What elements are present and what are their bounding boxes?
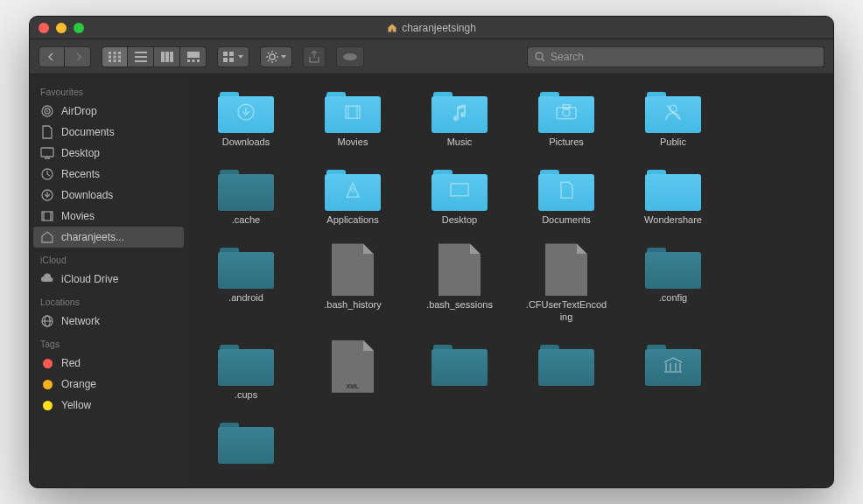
item-grid: DownloadsMoviesMusicPicturesPublic.cache…: [205, 88, 816, 467]
content-area[interactable]: DownloadsMoviesMusicPicturesPublic.cache…: [187, 74, 833, 487]
svg-rect-3: [109, 55, 111, 58]
tag-icon: [40, 356, 54, 370]
folder-item[interactable]: .config: [632, 243, 714, 322]
sidebar-item-label: Yellow: [61, 399, 91, 411]
tags-button[interactable]: [336, 46, 364, 67]
maximize-button[interactable]: [74, 23, 84, 33]
action-button[interactable]: [260, 46, 292, 67]
folder-item[interactable]: Documents: [525, 165, 607, 226]
folder-item[interactable]: .cups: [205, 340, 287, 401]
close-button[interactable]: [39, 23, 49, 33]
item-label: Public: [660, 136, 686, 148]
sidebar-item-label: Orange: [61, 378, 96, 390]
file-item[interactable]: XML: [312, 340, 394, 401]
sidebar-item[interactable]: Downloads: [30, 185, 187, 206]
item-label: Music: [447, 136, 473, 148]
svg-rect-13: [165, 52, 169, 62]
folder-item[interactable]: Desktop: [418, 165, 501, 226]
minimize-button[interactable]: [56, 23, 67, 33]
nav-buttons: [39, 46, 91, 67]
svg-rect-50: [451, 184, 468, 196]
search-field[interactable]: [527, 46, 824, 67]
folder-icon: [218, 340, 274, 386]
folder-item[interactable]: Downloads: [205, 88, 287, 148]
sidebar-item[interactable]: Documents: [30, 122, 187, 143]
share-button[interactable]: [303, 46, 326, 67]
file-icon: [545, 243, 587, 296]
folder-icon: [218, 165, 274, 211]
forward-button[interactable]: [65, 46, 91, 67]
folder-item[interactable]: .android: [205, 243, 287, 322]
sidebar-item-label: AirDrop: [61, 105, 97, 117]
sidebar-item[interactable]: iCloud Drive: [30, 269, 187, 290]
file-icon: [439, 243, 481, 296]
folder-icon: [432, 165, 488, 211]
folder-item[interactable]: Music: [418, 88, 501, 148]
svg-rect-12: [161, 52, 165, 62]
folder-item[interactable]: [205, 418, 287, 467]
sidebar-section-title: iCloud: [30, 248, 187, 269]
svg-rect-8: [118, 60, 121, 62]
sidebar-item[interactable]: Movies: [30, 206, 187, 227]
file-item[interactable]: .bash_history: [312, 243, 394, 322]
svg-rect-16: [187, 60, 190, 62]
sidebar-item[interactable]: Network: [30, 311, 187, 332]
folder-icon: [538, 88, 594, 133]
folder-item[interactable]: Pictures: [525, 88, 607, 148]
folder-icon: [325, 165, 381, 211]
svg-point-46: [563, 109, 570, 116]
sidebar-item[interactable]: Desktop: [30, 143, 187, 164]
svg-point-23: [270, 54, 275, 60]
folder-item[interactable]: Public: [632, 88, 714, 148]
sidebar-item[interactable]: Red: [30, 353, 187, 374]
file-item[interactable]: .bash_sessions: [418, 243, 501, 322]
icon-view-button[interactable]: [102, 46, 128, 67]
svg-rect-4: [114, 55, 116, 58]
folder-item[interactable]: Applications: [312, 165, 394, 226]
svg-rect-20: [229, 52, 234, 56]
folder-item[interactable]: [632, 340, 714, 401]
item-label: .cache: [232, 214, 260, 226]
finder-window: charanjeetsingh FavouritesAirDropDocumen…: [29, 16, 834, 488]
search-input[interactable]: [551, 51, 817, 63]
svg-rect-45: [563, 105, 570, 108]
folder-item[interactable]: [525, 340, 607, 401]
sidebar-item[interactable]: Recents: [30, 164, 187, 185]
sidebar-item-label: Documents: [61, 126, 115, 138]
sidebar-item-label: iCloud Drive: [61, 273, 118, 285]
svg-rect-11: [135, 60, 147, 62]
folder-icon: [645, 165, 701, 211]
sidebar-item[interactable]: Yellow: [30, 395, 187, 416]
list-view-button[interactable]: [128, 46, 154, 67]
airdrop-icon: [40, 104, 54, 118]
svg-line-26: [542, 59, 544, 61]
sidebar-item[interactable]: Orange: [30, 374, 187, 395]
tag-icon: [40, 398, 54, 412]
title-text: charanjeetsingh: [402, 22, 476, 34]
item-label: Desktop: [442, 214, 477, 226]
folder-item[interactable]: .cache: [205, 165, 287, 226]
gallery-view-button[interactable]: [180, 46, 207, 67]
folder-item[interactable]: [418, 340, 501, 401]
toolbar: [30, 39, 833, 74]
item-label: .android: [228, 292, 263, 304]
item-label: Wondershare: [644, 214, 702, 226]
svg-point-29: [46, 110, 48, 112]
item-label: .bash_sessions: [426, 299, 493, 311]
folder-item[interactable]: Wondershare: [632, 165, 714, 226]
tag-icon: [40, 377, 54, 391]
sidebar-item[interactable]: charanjeets...: [33, 227, 184, 248]
column-view-button[interactable]: [154, 46, 180, 67]
group-button[interactable]: [217, 46, 249, 67]
folder-item[interactable]: Movies: [312, 88, 394, 148]
file-item[interactable]: .CFUserTextEncoding: [525, 243, 607, 322]
svg-rect-14: [170, 52, 173, 62]
back-button[interactable]: [39, 46, 65, 67]
movies-icon: [40, 209, 54, 223]
recents-icon: [40, 167, 54, 181]
sidebar-item[interactable]: AirDrop: [30, 101, 187, 122]
svg-rect-22: [229, 58, 234, 62]
svg-line-48: [667, 105, 679, 119]
sidebar-section-title: Favourites: [30, 80, 187, 101]
svg-point-25: [536, 52, 543, 60]
